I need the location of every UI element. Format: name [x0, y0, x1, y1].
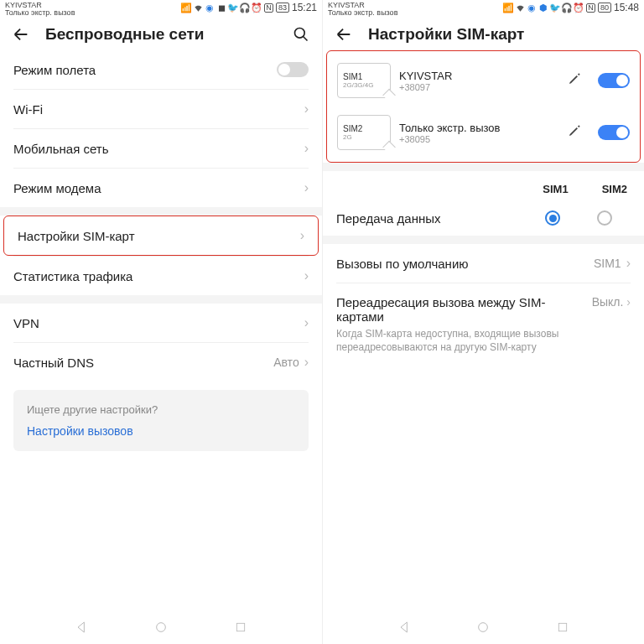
svg-rect-2	[236, 623, 244, 631]
search-button[interactable]	[292, 25, 310, 44]
nav-bar	[323, 610, 644, 644]
row-mobile-network[interactable]: Мобильная сеть ›	[0, 129, 322, 168]
label: Частный DNS	[13, 356, 94, 370]
sim2-number: +38095	[399, 134, 559, 144]
forwarding-value: Выкл.	[592, 295, 624, 309]
row-private-dns[interactable]: Частный DNS Авто›	[0, 343, 322, 382]
carrier-sub: Только экстр. вызов	[5, 9, 75, 17]
col-sim2: SIM2	[602, 183, 627, 195]
nfc-icon: N	[264, 3, 273, 13]
data-sim2-radio[interactable]	[597, 210, 612, 226]
edit-icon[interactable]	[568, 124, 581, 141]
row-airplane-mode[interactable]: Режим полета	[0, 50, 322, 89]
row-vpn[interactable]: VPN ›	[0, 304, 322, 342]
nav-home[interactable]	[475, 619, 491, 636]
sim-slot: SIM2	[343, 124, 385, 133]
back-button[interactable]	[12, 25, 30, 44]
status-bar: KYIVSTAR Только экстр. вызов 📶 ◉ ◼ 🐦 🎧 ⏰…	[0, 0, 322, 18]
sim-net: 2G/3G/4G	[343, 81, 385, 89]
sim-card-icon: SIM2 2G	[337, 115, 391, 150]
carrier-sub: Только экстр. вызов	[328, 9, 397, 17]
nav-back[interactable]	[396, 619, 413, 636]
sim-toggle-section: SIM1 2G/3G/4G KYIVSTAR +38097 SIM2 2G То…	[326, 50, 641, 163]
sim-card-icon: SIM1 2G/3G/4G	[337, 63, 391, 98]
row-call-forwarding[interactable]: Переадресация вызова между SIM-картами К…	[323, 283, 644, 366]
clock: 15:48	[614, 2, 639, 13]
label: Вызовы по умолчанию	[336, 257, 469, 271]
screen-wireless: KYIVSTAR Только экстр. вызов 📶 ◉ ◼ 🐦 🎧 ⏰…	[0, 0, 322, 644]
screen-sim-settings: KYIVSTAR Только экстр. вызов 📶 ◉ ⬢ 🐦 🎧 ⏰…	[322, 0, 644, 644]
chevron-right-icon: ›	[304, 180, 309, 195]
app-icon-2: ◼	[217, 3, 226, 13]
label: Wi-Fi	[13, 102, 43, 117]
sim2-toggle[interactable]	[598, 125, 630, 140]
col-sim1: SIM1	[543, 183, 568, 195]
label: Режим полета	[13, 63, 96, 77]
header: Настройки SIM-карт	[323, 18, 644, 50]
header: Беспроводные сети	[0, 18, 322, 50]
nfc-icon: N	[586, 3, 595, 13]
back-button[interactable]	[335, 25, 353, 44]
battery-pct: 83	[276, 3, 289, 13]
clock: 15:21	[292, 2, 317, 13]
row-default-calls[interactable]: Вызовы по умолчанию SIM1›	[323, 244, 644, 283]
chevron-right-icon: ›	[626, 256, 631, 270]
chevron-right-icon: ›	[626, 295, 631, 309]
sim1-toggle[interactable]	[598, 73, 630, 88]
alarm-icon: ⏰	[252, 3, 262, 13]
nav-recent[interactable]	[554, 619, 571, 636]
forwarding-desc: Когда SIM-карта недоступна, входящие выз…	[336, 327, 585, 354]
column-header: SIM1 SIM2	[323, 171, 644, 200]
svg-rect-4	[558, 623, 566, 631]
dns-value: Авто	[273, 356, 299, 369]
sim1-row: SIM1 2G/3G/4G KYIVSTAR +38097	[327, 55, 640, 106]
svg-point-3	[479, 623, 488, 632]
signal-icon: 📶	[504, 3, 513, 13]
nav-recent[interactable]	[232, 619, 249, 636]
battery-pct: 80	[598, 3, 611, 13]
sim2-carrier: Только экстр. вызов	[399, 122, 559, 134]
twitter-icon: 🐦	[229, 3, 238, 13]
sim-net: 2G	[343, 133, 385, 141]
wifi-icon	[516, 3, 525, 13]
data-sim1-radio[interactable]	[545, 210, 560, 226]
svg-point-1	[157, 623, 166, 632]
alarm-icon: ⏰	[574, 3, 584, 13]
label: Режим модема	[13, 181, 101, 195]
suggestion-text: Ищете другие настройки?	[27, 403, 295, 416]
row-tethering[interactable]: Режим модема ›	[0, 169, 322, 207]
label: Настройки SIM-карт	[18, 229, 135, 243]
chevron-right-icon: ›	[304, 315, 309, 330]
chevron-right-icon: ›	[300, 228, 304, 243]
headphone-icon: 🎧	[563, 3, 572, 13]
sim-slot: SIM1	[343, 72, 385, 81]
app-icon-1: ◉	[527, 3, 537, 13]
twitter-icon: 🐦	[551, 3, 560, 13]
airplane-toggle[interactable]	[277, 62, 309, 77]
nav-home[interactable]	[153, 619, 169, 636]
label: Передача данных	[336, 211, 527, 226]
suggestion-link[interactable]: Настройки вызовов	[27, 424, 295, 438]
row-wifi[interactable]: Wi-Fi ›	[0, 90, 322, 128]
row-traffic-stats[interactable]: Статистика трафика ›	[0, 257, 322, 295]
row-data-transfer: Передача данных	[323, 200, 644, 236]
page-title: Настройки SIM-карт	[368, 25, 632, 44]
sim1-carrier: KYIVSTAR	[399, 70, 559, 82]
row-sim-settings[interactable]: Настройки SIM-карт ›	[3, 216, 319, 256]
label: VPN	[13, 316, 39, 330]
app-icon-1: ◉	[205, 3, 215, 13]
nav-back[interactable]	[73, 619, 90, 636]
sim2-row: SIM2 2G Только экстр. вызов +38095	[327, 106, 640, 158]
page-title: Беспроводные сети	[45, 25, 277, 44]
chevron-right-icon: ›	[304, 141, 309, 156]
edit-icon[interactable]	[568, 72, 581, 89]
sim1-number: +38097	[399, 82, 559, 92]
chevron-right-icon: ›	[304, 268, 309, 283]
svg-point-0	[295, 29, 305, 39]
label: Мобильная сеть	[13, 142, 109, 156]
chevron-right-icon: ›	[304, 355, 309, 369]
app-icon-2: ⬢	[539, 3, 548, 13]
signal-icon: 📶	[182, 3, 191, 13]
chevron-right-icon: ›	[304, 101, 309, 117]
headphone-icon: 🎧	[241, 3, 250, 13]
